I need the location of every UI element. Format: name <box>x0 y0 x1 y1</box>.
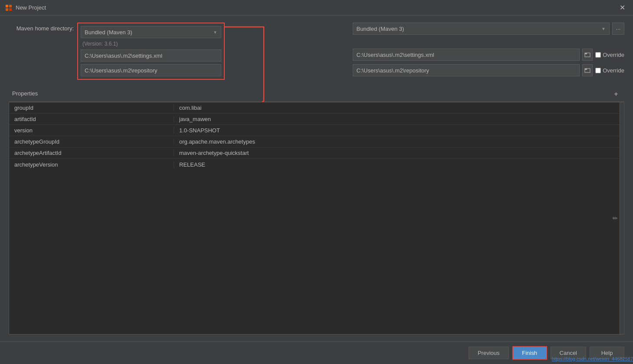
properties-header: Properties + <box>9 87 624 102</box>
user-settings-browse-button[interactable] <box>582 49 593 61</box>
properties-list: groupId com.libai artifactId java_mawen … <box>9 102 624 170</box>
dialog-footer: Previous Finish Cancel Help <box>0 341 633 364</box>
version-spacer <box>353 38 625 45</box>
properties-container: groupId com.libai artifactId java_mawen … <box>9 102 624 334</box>
dropdown-full-arrow: ▼ <box>601 26 606 31</box>
scrollbar[interactable] <box>620 102 624 334</box>
prop-value: maven-archetype-quickstart <box>174 150 254 156</box>
dialog-content: Maven home directory: Bundled (Maven 3) … <box>0 16 633 341</box>
prop-key: archetypeArtifactId <box>9 150 174 156</box>
svg-rect-8 <box>585 69 587 70</box>
highlight-section: Bundled (Maven 3) ▼ (Version: 3.6.1) C:\… <box>77 23 349 80</box>
title-bar-text: New Project <box>16 4 46 11</box>
user-settings-checkbox[interactable] <box>595 52 601 58</box>
svg-rect-6 <box>585 53 587 54</box>
prop-value: java_mawen <box>174 116 216 122</box>
user-settings-override[interactable]: Override <box>595 52 624 58</box>
svg-rect-1 <box>9 5 12 7</box>
local-repo-row: Override <box>353 64 625 76</box>
table-row[interactable]: artifactId java_mawen <box>9 114 624 125</box>
prop-key: archetypeVersion <box>9 161 174 168</box>
local-repo-browse-button[interactable] <box>582 64 593 76</box>
prop-value: com.libai <box>174 105 207 111</box>
prop-key: version <box>9 127 174 134</box>
prop-value: org.apache.maven.archetypes <box>174 138 260 145</box>
maven-home-label: Maven home directory: <box>9 23 74 32</box>
add-property-button[interactable]: + <box>611 89 621 99</box>
highlight-box: Bundled (Maven 3) ▼ (Version: 3.6.1) C:\… <box>77 23 225 80</box>
table-row[interactable]: archetypeArtifactId maven-archetype-quic… <box>9 148 624 159</box>
prop-key: groupId <box>9 105 174 111</box>
right-form-area: Bundled (Maven 3) ▼ ··· Override <box>353 23 625 76</box>
svg-rect-0 <box>6 5 8 7</box>
local-repo-checkbox[interactable] <box>595 68 601 73</box>
table-row[interactable]: archetypeGroupId org.apache.maven.archet… <box>9 136 624 148</box>
properties-section: Properties + groupId com.libai artifactI… <box>9 87 624 334</box>
dropdown-arrow-icon: ▼ <box>213 30 217 35</box>
user-settings-input[interactable] <box>353 49 580 61</box>
local-repo-input[interactable] <box>353 64 580 76</box>
user-settings-row: Override <box>353 49 625 61</box>
maven-home-input-row: Bundled (Maven 3) ▼ <box>81 26 221 38</box>
maven-browse-button[interactable]: ··· <box>612 23 624 35</box>
title-bar: New Project ✕ <box>0 0 633 16</box>
dialog-new-project: New Project ✕ Maven home directory: Bund… <box>0 0 633 364</box>
prop-key: archetypeGroupId <box>9 138 174 145</box>
prop-value: 1.0-SNAPSHOT <box>174 127 225 134</box>
properties-label: Properties <box>12 90 38 97</box>
table-row[interactable]: archetypeVersion RELEASE <box>9 159 624 170</box>
close-button[interactable]: ✕ <box>617 3 628 13</box>
svg-rect-3 <box>9 8 12 11</box>
table-row[interactable]: groupId com.libai <box>9 102 624 114</box>
edit-property-button[interactable]: ✏ <box>613 215 618 222</box>
table-row[interactable]: version 1.0-SNAPSHOT <box>9 125 624 136</box>
maven-home-full-dropdown[interactable]: Bundled (Maven 3) ▼ <box>353 23 610 35</box>
maven-home-dropdown[interactable]: Bundled (Maven 3) ▼ <box>81 26 221 38</box>
watermark-link[interactable]: https://blog.csdn.net/weixin_44682587 <box>552 356 633 361</box>
local-repo-value: C:\Users\asus\.m2\repository <box>81 64 221 76</box>
previous-button[interactable]: Previous <box>469 347 509 359</box>
maven-version-text: (Version: 3.6.1) <box>81 41 221 47</box>
user-settings-value: C:\Users\asus\.m2\settings.xml <box>81 49 221 62</box>
maven-full-row: Bundled (Maven 3) ▼ ··· <box>353 23 625 35</box>
finish-button[interactable]: Finish <box>512 346 547 360</box>
maven-home-section: Maven home directory: Bundled (Maven 3) … <box>9 23 624 80</box>
app-icon <box>5 4 12 11</box>
prop-value: RELEASE <box>174 161 210 168</box>
local-repo-override[interactable]: Override <box>595 67 624 74</box>
svg-rect-2 <box>6 8 8 11</box>
prop-key: artifactId <box>9 116 174 122</box>
